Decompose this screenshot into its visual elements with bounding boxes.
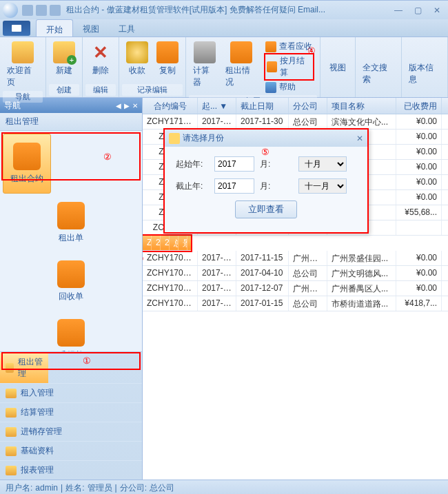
cell: ¥0.00 bbox=[396, 114, 442, 129]
table-row[interactable]: ZCHY1702...2017-0...2017-04-10总公司广州文明德风.… bbox=[143, 266, 448, 281]
folder-icon bbox=[6, 427, 17, 437]
start-month-select[interactable]: 十月 bbox=[298, 156, 347, 172]
cell: ¥0.00 bbox=[396, 251, 442, 265]
cell: ZCHY1702... bbox=[143, 251, 198, 265]
nav-tree: ② 租出合约租出单回收单丢损单 bbox=[0, 131, 142, 351]
cell: 2017-1... bbox=[198, 114, 236, 129]
version-button[interactable]: 版本信息 bbox=[405, 39, 445, 96]
month-label-2: 月: bbox=[260, 181, 293, 192]
table-row[interactable]: ZCHY1702...2017-0...2017-12-07广州番...广州番禺… bbox=[143, 281, 448, 296]
monthly-settle-button[interactable]: 按月结算 bbox=[264, 53, 314, 81]
calc-button[interactable]: 计算器 bbox=[189, 39, 221, 95]
group-record-label: 记录编辑 bbox=[122, 84, 183, 96]
dialog-close-button[interactable]: ✕ bbox=[356, 134, 363, 143]
nav-item-租出合约[interactable]: 租出合约 bbox=[3, 134, 51, 194]
status-name-label: 姓名: bbox=[65, 482, 84, 494]
nav-close[interactable]: ✕ bbox=[132, 102, 138, 110]
end-month-select[interactable]: 十一月 bbox=[298, 178, 347, 194]
cell: 总公司 bbox=[289, 296, 327, 311]
close-button[interactable]: ✕ bbox=[429, 5, 445, 16]
nav-item-租出单[interactable]: 租出单 bbox=[3, 194, 139, 252]
income-button[interactable]: 收款 bbox=[122, 39, 152, 84]
app-orb[interactable] bbox=[3, 3, 18, 18]
cell: ¥0.00 bbox=[396, 175, 442, 189]
cell: 市桥街道道路... bbox=[327, 296, 396, 311]
minimize-button[interactable]: — bbox=[390, 5, 407, 16]
mark-4: ④ bbox=[307, 45, 316, 56]
col-project[interactable]: 项目名称 bbox=[327, 98, 396, 114]
cell: ¥0.00 bbox=[396, 130, 442, 144]
col-received[interactable]: 已收费用 bbox=[396, 98, 442, 114]
copy-button[interactable]: 复制 bbox=[152, 39, 183, 84]
maximize-button[interactable]: ▢ bbox=[409, 5, 426, 16]
cell: 滨海文化中心... bbox=[327, 114, 396, 129]
end-year-input[interactable] bbox=[214, 178, 254, 194]
home-button[interactable]: 欢迎首页 bbox=[3, 39, 43, 91]
cell: ¥0.00 bbox=[396, 145, 442, 159]
cell: ZCHY1702... bbox=[143, 296, 198, 311]
app-menu-button[interactable] bbox=[3, 21, 30, 36]
qat-icon[interactable] bbox=[36, 5, 47, 16]
start-year-input[interactable] bbox=[214, 156, 254, 172]
table-row[interactable]: ZCHY1702...2017-0...2017-11-15广州番...广州景盛… bbox=[143, 251, 448, 266]
cell: ZCHY1702... bbox=[143, 236, 152, 250]
delete-button[interactable]: 删除 bbox=[85, 39, 116, 84]
nav-fwd[interactable]: ▶ bbox=[124, 102, 130, 110]
folder-icon bbox=[57, 202, 85, 229]
nav-item-回收单[interactable]: 回收单 bbox=[3, 252, 139, 311]
group-create-label: 创建 bbox=[49, 84, 79, 96]
end-year-label: 截止年: bbox=[176, 181, 209, 192]
nav-cat-结算管理[interactable]: 结算管理 bbox=[0, 402, 142, 422]
table-row[interactable]: ZCHY1711...2017-1...2017-11-30总公司滨海文化中心.… bbox=[143, 114, 448, 130]
nav-cat-租出管理[interactable]: 租出管理 bbox=[0, 352, 48, 383]
table-row[interactable]: ZCHY1702...2017-0...2017-12-01总公司景秀花园三期.… bbox=[143, 236, 191, 251]
nav-item-丢损单[interactable]: 丢损单 bbox=[3, 311, 139, 351]
col-branch[interactable]: 分公司 bbox=[289, 98, 327, 114]
col-contract-no[interactable]: 合约编号 bbox=[143, 98, 198, 114]
nav-section-label: 租出管理 bbox=[0, 113, 142, 131]
cell: 2017-0... bbox=[198, 281, 236, 296]
dialog-titlebar[interactable]: 请选择月份 ✕ bbox=[165, 130, 367, 147]
check-receivable-button[interactable]: 查看应收 bbox=[264, 40, 314, 53]
fulltext-search-button[interactable]: 全文搜索 bbox=[358, 39, 398, 96]
view-now-button[interactable]: 立即查看 bbox=[235, 200, 297, 218]
cell: 2017-11-15 bbox=[236, 251, 289, 265]
table-row[interactable]: ZCHY1702...2017-0...2017-01-15总公司市桥街道道路.… bbox=[143, 296, 448, 311]
nav-cat-进销存管理[interactable]: 进销存管理 bbox=[0, 422, 142, 441]
mark-2: ② bbox=[103, 152, 112, 162]
nav-cat-基础资料[interactable]: 基础资料 bbox=[0, 441, 142, 460]
nav-cat-租入管理[interactable]: 租入管理 bbox=[0, 383, 142, 402]
nav-panel: 导航 ◀▶✕ 租出管理 ② 租出合约租出单回收单丢损单 ① 租出管理租入管理结算… bbox=[0, 98, 143, 480]
folder-icon bbox=[6, 363, 14, 373]
help-button[interactable]: 帮助 bbox=[264, 81, 314, 94]
nav-back[interactable]: ◀ bbox=[116, 102, 121, 110]
col-start-date[interactable]: 起... ▼ bbox=[198, 98, 236, 114]
dialog-title: 请选择月份 bbox=[183, 132, 354, 144]
help-icon bbox=[265, 82, 276, 93]
nav-categories: ① 租出管理租入管理结算管理进销存管理基础资料报表管理 bbox=[0, 351, 142, 480]
group-edit-label: 编辑 bbox=[85, 84, 116, 96]
status-co: 总公司 bbox=[150, 482, 174, 494]
new-button[interactable]: 新建 bbox=[49, 39, 79, 84]
qat-icon[interactable] bbox=[50, 5, 61, 16]
dialog-icon bbox=[169, 133, 180, 144]
qat-icon[interactable] bbox=[22, 5, 33, 16]
cell: ¥55,68... bbox=[396, 205, 442, 220]
coin-icon bbox=[126, 41, 148, 63]
cell: ¥198,0... bbox=[187, 236, 196, 250]
rent-button[interactable]: 租出情况 bbox=[221, 39, 261, 95]
view-button[interactable]: 视图 bbox=[323, 39, 352, 96]
cell: ¥418,7... bbox=[396, 296, 442, 311]
tab-tools[interactable]: 工具 bbox=[109, 19, 145, 37]
nav-cat-报表管理[interactable]: 报表管理 bbox=[0, 460, 142, 480]
cell: ¥0.00 bbox=[396, 281, 442, 296]
cell: 2017-0... bbox=[198, 266, 236, 280]
start-year-label: 起始年: bbox=[176, 158, 209, 170]
tab-start[interactable]: 开始 bbox=[36, 19, 73, 37]
group-nav-label: 导航 bbox=[3, 91, 43, 103]
window-controls: — ▢ ✕ bbox=[390, 5, 445, 16]
tab-view[interactable]: 视图 bbox=[73, 19, 109, 37]
mark-5: ⑤ bbox=[261, 147, 269, 157]
doc-icon bbox=[230, 41, 252, 63]
col-end-date[interactable]: 截止日期 bbox=[236, 98, 289, 114]
